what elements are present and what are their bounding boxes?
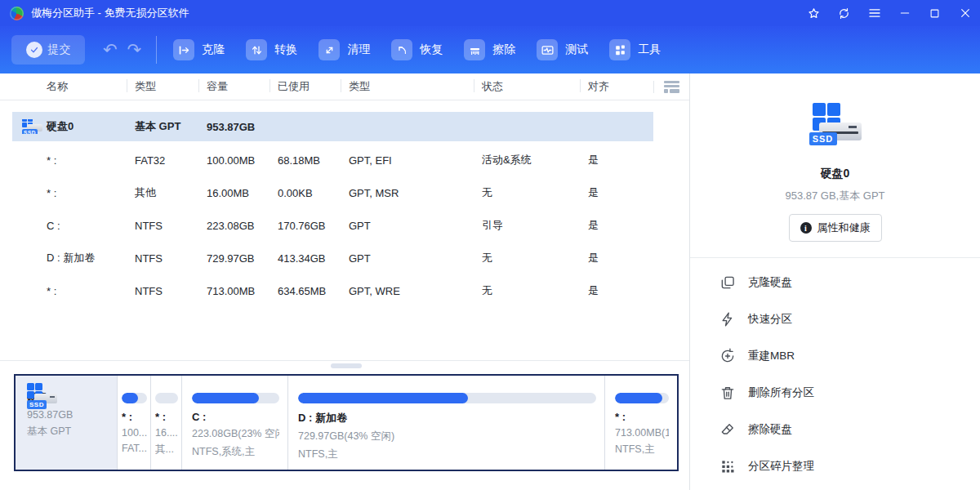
disk-capacity-cell: 953.87GB — [198, 121, 270, 133]
window-controls — [799, 0, 980, 26]
tools-label: 工具 — [638, 42, 661, 57]
clone-label: 克隆 — [202, 42, 225, 57]
action-clone-disk[interactable]: 克隆硬盘 — [690, 264, 980, 301]
clean-button[interactable]: 清理 — [318, 39, 370, 60]
hamburger-menu-icon — [867, 6, 882, 20]
usage-bar — [122, 393, 147, 403]
clean-label: 清理 — [347, 42, 370, 57]
tools-button[interactable]: 工具 — [609, 39, 661, 60]
refresh-button[interactable] — [829, 0, 859, 26]
favorite-button[interactable] — [799, 0, 829, 26]
disk-map-partition[interactable]: * : 100... FAT... — [117, 376, 150, 470]
defrag-grid-icon — [719, 458, 736, 474]
table-row-partition[interactable]: * : 其他 16.00MB 0.00KB GPT, MSR 无 是 — [0, 176, 689, 209]
trash-icon — [719, 385, 736, 401]
recover-label: 恢复 — [420, 42, 443, 57]
table-row-partition[interactable]: D : 新加卷 NTFS 729.97GB 413.34GB GPT 无 是 — [0, 242, 689, 274]
action-defragment[interactable]: 分区碎片整理 — [690, 448, 980, 484]
title-bar: 傲梅分区助手 - 免费无损分区软件 — [0, 0, 980, 26]
maximize-button[interactable] — [920, 0, 950, 26]
list-layout-icon — [664, 81, 679, 93]
ssd-disk-icon: SSD — [22, 119, 43, 134]
submit-label: 提交 — [48, 42, 71, 57]
disk-fs-cell: 基本 GPT — [127, 119, 198, 134]
clone-icon — [173, 39, 194, 60]
minimize-icon — [898, 7, 911, 20]
lightning-icon — [719, 311, 736, 327]
convert-icon — [246, 39, 267, 60]
sidebar-disk-name: 硬盘0 — [821, 167, 850, 181]
header-type[interactable]: 类型 — [341, 79, 474, 94]
convert-button[interactable]: 转换 — [246, 39, 297, 60]
usage-bar — [615, 393, 669, 403]
disk-size: 953.87GB — [27, 409, 107, 421]
test-icon — [537, 39, 558, 60]
toolbar-divider — [156, 36, 157, 64]
table-row-disk0[interactable]: SSD 硬盘0 基本 GPT 953.87GB — [0, 112, 689, 141]
check-circle-icon — [26, 42, 42, 58]
sidebar-disk-info: 953.87 GB,基本 GPT — [785, 189, 884, 203]
ssd-disk-icon-large: SSD — [806, 103, 865, 154]
toolbar: 提交 ↶ ↷ 克隆 转换 清理 恢复 擦除 测试 — [0, 26, 980, 74]
sidebar-actions: 克隆硬盘 快速分区 重建MBR 删除所有分区 擦除硬盘 — [690, 258, 980, 484]
disk-map-partition[interactable]: D : 新加卷 729.97GB(43% 空闲) NTFS,主 — [287, 376, 604, 470]
clean-icon — [318, 39, 340, 60]
header-status[interactable]: 状态 — [474, 79, 580, 94]
action-rebuild-mbr[interactable]: 重建MBR — [690, 337, 980, 374]
close-icon — [959, 7, 972, 20]
header-filesystem[interactable]: 类型 — [127, 79, 198, 94]
header-name[interactable]: 名称 — [0, 79, 127, 94]
action-wipe-disk[interactable]: 擦除硬盘 — [690, 411, 980, 448]
header-capacity[interactable]: 容量 — [198, 79, 270, 94]
table-row-partition[interactable]: * : FAT32 100.00MB 68.18MB GPT, EFI 活动&系… — [0, 144, 689, 176]
clone-button[interactable]: 克隆 — [173, 39, 225, 60]
erase-button[interactable]: 擦除 — [464, 39, 515, 60]
table-header: 名称 类型 容量 已使用 类型 状态 对齐 — [0, 74, 689, 100]
usage-bar — [298, 393, 596, 403]
disk-map-partition[interactable]: * : 713.00MB(1... NTFS,主 — [604, 376, 677, 470]
window-title: 傲梅分区助手 - 免费无损分区软件 — [31, 6, 189, 20]
test-button[interactable]: 测试 — [537, 39, 588, 60]
app-logo-icon — [10, 7, 24, 20]
tools-icon — [609, 39, 630, 60]
disk-map-disk-block[interactable]: SSD 硬盘0 953.87GB 基本 GPT — [16, 376, 117, 470]
recover-button[interactable]: 恢复 — [391, 39, 443, 60]
header-used[interactable]: 已使用 — [270, 79, 341, 94]
disk-name-cell: SSD 硬盘0 — [0, 119, 127, 134]
info-icon: i — [800, 222, 812, 234]
view-options-button[interactable] — [653, 81, 690, 93]
minimize-button[interactable] — [889, 0, 920, 26]
table-row-partition[interactable]: * : NTFS 713.00MB 634.65MB GPT, WRE 无 是 — [0, 274, 689, 307]
star-icon — [807, 7, 821, 20]
copy-icon — [719, 274, 736, 291]
usage-bar — [155, 393, 178, 403]
table-row-partition[interactable]: C : NTFS 223.08GB 170.76GB GPT 引导 是 — [0, 209, 689, 242]
menu-button[interactable] — [859, 0, 889, 26]
disk-map-partition[interactable]: C : 223.08GB(23% 空闲) NTFS,系统,主 — [181, 376, 287, 470]
submit-button[interactable]: 提交 — [11, 35, 85, 65]
test-label: 测试 — [565, 42, 588, 57]
disk-table: SSD 硬盘0 基本 GPT 953.87GB * : FAT32 100.00… — [0, 100, 689, 307]
action-quick-partition[interactable]: 快速分区 — [690, 301, 980, 337]
erase-icon — [464, 39, 485, 60]
properties-health-button[interactable]: i 属性和健康 — [789, 214, 882, 242]
panel-divider — [0, 360, 689, 361]
disk-map-partition[interactable]: * : 16.... 其... — [150, 376, 181, 470]
usage-bar — [192, 393, 279, 403]
main-content: 名称 类型 容量 已使用 类型 状态 对齐 SSD 硬盘0 基本 GPT 953… — [0, 74, 690, 490]
rebuild-icon — [719, 348, 736, 364]
header-aligned[interactable]: 对齐 — [580, 79, 653, 94]
convert-label: 转换 — [274, 42, 297, 57]
action-delete-all-partitions[interactable]: 删除所有分区 — [690, 374, 980, 411]
eraser-icon — [719, 421, 736, 438]
splitter-handle[interactable] — [331, 363, 362, 368]
toolbar-button-group: 克隆 转换 清理 恢复 擦除 测试 工具 — [173, 39, 661, 60]
recover-icon — [391, 39, 412, 60]
undo-icon[interactable]: ↶ — [103, 40, 118, 60]
disk-map-strip: SSD 硬盘0 953.87GB 基本 GPT * : 100... FAT..… — [14, 374, 679, 471]
close-button[interactable] — [950, 0, 980, 26]
maximize-icon — [929, 7, 941, 20]
erase-label: 擦除 — [492, 42, 515, 57]
redo-icon[interactable]: ↷ — [127, 40, 142, 60]
refresh-icon — [837, 7, 851, 20]
